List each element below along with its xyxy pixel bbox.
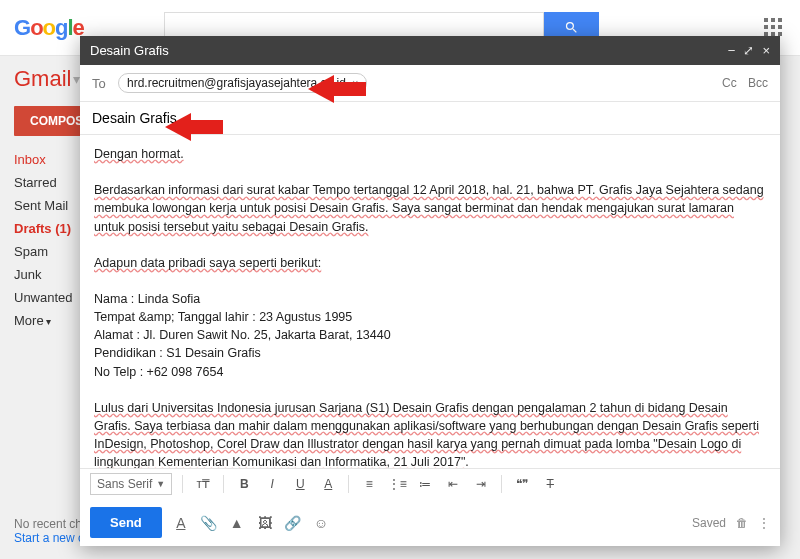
bold-icon[interactable]: B xyxy=(234,474,254,494)
quote-icon[interactable]: ❝❞ xyxy=(512,474,532,494)
apps-icon[interactable] xyxy=(764,18,782,36)
font-size-icon[interactable]: т₸ xyxy=(193,474,213,494)
insert-link-icon[interactable]: 🔗 xyxy=(284,514,302,532)
italic-icon[interactable]: I xyxy=(262,474,282,494)
expand-icon[interactable]: ⤢ xyxy=(743,43,754,58)
google-logo: Google xyxy=(14,15,84,41)
discard-icon[interactable]: 🗑 xyxy=(736,516,748,530)
send-button[interactable]: Send xyxy=(90,507,162,538)
formatting-toggle-icon[interactable]: A xyxy=(172,514,190,532)
clear-format-icon[interactable]: T xyxy=(540,474,560,494)
indent-more-icon[interactable]: ⇥ xyxy=(471,474,491,494)
to-label: To xyxy=(92,76,118,91)
to-row[interactable]: To hrd.recruitmen@grafisjayasejahtera.co… xyxy=(80,65,780,102)
compose-title: Desain Grafis xyxy=(90,43,720,58)
indent-less-icon[interactable]: ⇤ xyxy=(443,474,463,494)
attach-icon[interactable]: 📎 xyxy=(200,514,218,532)
align-icon[interactable]: ≡ xyxy=(359,474,379,494)
font-picker[interactable]: Sans Serif▼ xyxy=(90,473,172,495)
cc-bcc: Cc Bcc xyxy=(714,76,768,90)
compose-bottom-bar: Send A 📎 ▲ 🖼 🔗 ☺ Saved 🗑 ⋮ xyxy=(80,499,780,546)
insert-photo-icon[interactable]: 🖼 xyxy=(256,514,274,532)
compose-titlebar[interactable]: Desain Grafis − ⤢ × xyxy=(80,36,780,65)
cc-link[interactable]: Cc xyxy=(722,76,737,90)
search-icon xyxy=(564,20,579,35)
bcc-link[interactable]: Bcc xyxy=(748,76,768,90)
saved-label: Saved xyxy=(692,516,726,530)
drive-icon[interactable]: ▲ xyxy=(228,514,246,532)
bullet-list-icon[interactable]: ≔ xyxy=(415,474,435,494)
numbered-list-icon[interactable]: ⋮≡ xyxy=(387,474,407,494)
format-toolbar: Sans Serif▼ т₸ B I U A ≡ ⋮≡ ≔ ⇤ ⇥ ❝❞ T xyxy=(80,468,780,499)
underline-icon[interactable]: U xyxy=(290,474,310,494)
close-icon[interactable]: × xyxy=(762,43,770,58)
compose-body[interactable]: Dengan hormat. Berdasarkan informasi dar… xyxy=(80,135,780,468)
text-color-icon[interactable]: A xyxy=(318,474,338,494)
emoji-icon[interactable]: ☺ xyxy=(312,514,330,532)
minimize-icon[interactable]: − xyxy=(728,43,736,58)
more-options-icon[interactable]: ⋮ xyxy=(758,516,770,530)
